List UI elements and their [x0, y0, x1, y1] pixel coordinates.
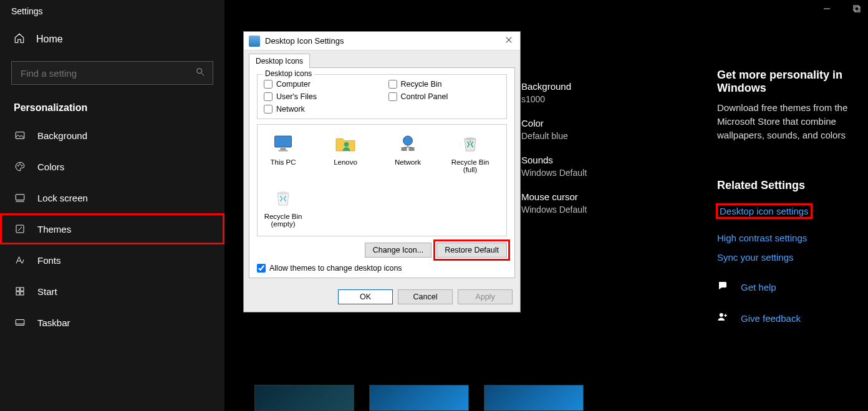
- search-icon: [195, 67, 205, 79]
- group-label: Desktop icons: [263, 69, 314, 78]
- start-icon: [14, 286, 26, 297]
- right-panel-heading: Get more personality in Windows: [717, 69, 856, 95]
- dialog-tab-desktop-icons[interactable]: Desktop Icons: [249, 54, 310, 68]
- link-desktop-icon-settings[interactable]: Desktop icon settings: [717, 205, 811, 218]
- icon-recycle-bin-full[interactable]: Recycle Bin (full): [448, 131, 492, 179]
- theme-settings-panel: Background s1000 Color Default blue Soun…: [521, 81, 587, 228]
- setting-row-sounds[interactable]: Sounds Windows Default: [521, 155, 587, 178]
- search-box[interactable]: [11, 61, 213, 85]
- sidebar-item-start[interactable]: Start: [0, 276, 224, 307]
- svg-point-0: [197, 69, 202, 74]
- cancel-button[interactable]: Cancel: [398, 289, 453, 304]
- sidebar-item-label: Taskbar: [37, 317, 70, 328]
- right-panel: Get more personality in Windows Download…: [717, 31, 868, 411]
- link-sync-settings[interactable]: Sync your settings: [717, 252, 856, 263]
- svg-point-24: [403, 136, 413, 145]
- svg-point-31: [720, 313, 723, 317]
- icon-this-pc[interactable]: This PC: [261, 131, 305, 179]
- dialog-title: Desktop Icon Settings: [265, 36, 503, 46]
- svg-rect-17: [855, 7, 860, 12]
- checkbox-users-files[interactable]: User's Files: [264, 92, 376, 101]
- theme-thumbnails: [254, 385, 584, 411]
- monitor-icon: [271, 131, 296, 156]
- taskbar-icon: [14, 317, 26, 328]
- themes-icon: [14, 223, 26, 235]
- setting-row-background[interactable]: Background s1000: [521, 81, 587, 104]
- checkbox-recycle-bin[interactable]: Recycle Bin: [388, 80, 501, 89]
- svg-line-1: [201, 73, 204, 75]
- svg-rect-22: [279, 150, 288, 152]
- checkbox-computer[interactable]: Computer: [264, 80, 376, 89]
- recycle-bin-full-icon: [458, 131, 483, 156]
- svg-rect-6: [16, 195, 24, 200]
- recycle-bin-empty-icon: [271, 185, 296, 210]
- svg-rect-2: [16, 132, 24, 139]
- svg-rect-11: [16, 292, 19, 295]
- dialog-titlebar[interactable]: Desktop Icon Settings: [244, 32, 520, 51]
- allow-themes-checkbox[interactable]: Allow themes to change desktop icons: [257, 264, 507, 273]
- sidebar-item-taskbar[interactable]: Taskbar: [0, 307, 224, 338]
- minimize-button[interactable]: [821, 2, 833, 15]
- svg-rect-12: [21, 292, 24, 295]
- svg-point-30: [277, 191, 289, 195]
- maximize-button[interactable]: [851, 2, 863, 15]
- sidebar-item-label: Colors: [37, 162, 64, 172]
- svg-point-29: [465, 137, 476, 140]
- user-folder-icon: [333, 131, 358, 156]
- icon-preview-pane: This PC Lenovo Network Recycle Bin: [257, 124, 507, 236]
- svg-point-4: [19, 164, 21, 165]
- get-help-row[interactable]: Get help: [717, 280, 856, 294]
- sidebar-item-label: Lock screen: [37, 193, 88, 203]
- icon-user-folder[interactable]: Lenovo: [324, 131, 367, 179]
- setting-row-color[interactable]: Color Default blue: [521, 118, 587, 141]
- help-icon: [717, 280, 730, 294]
- fonts-icon: [14, 254, 26, 266]
- icon-recycle-bin-empty[interactable]: Recycle Bin (empty): [261, 185, 305, 233]
- svg-rect-20: [275, 136, 292, 147]
- picture-icon: [14, 130, 26, 141]
- sidebar-section-title: Personalization: [0, 85, 224, 120]
- window-title: Settings: [0, 0, 224, 24]
- svg-point-3: [17, 165, 19, 167]
- icon-network[interactable]: Network: [386, 131, 430, 179]
- sidebar-item-lockscreen[interactable]: Lock screen: [0, 182, 224, 213]
- search-input[interactable]: [19, 67, 195, 79]
- sidebar-item-fonts[interactable]: Fonts: [0, 244, 224, 276]
- svg-rect-9: [16, 288, 19, 291]
- sidebar-home-label: Home: [36, 34, 63, 45]
- main-content: Themes Background s1000 Color Default bl…: [224, 0, 868, 411]
- desktop-icon-settings-dialog: Desktop Icon Settings Desktop Icons Desk…: [243, 31, 521, 312]
- svg-rect-16: [854, 6, 859, 11]
- restore-default-button[interactable]: Restore Default: [436, 243, 507, 258]
- svg-rect-26: [409, 147, 415, 151]
- sidebar-item-label: Start: [37, 286, 57, 297]
- dialog-close-button[interactable]: [503, 36, 515, 46]
- window-system-buttons: [821, 2, 863, 15]
- feedback-icon: [717, 311, 730, 325]
- sidebar-home[interactable]: Home: [0, 24, 224, 55]
- give-feedback-row[interactable]: Give feedback: [717, 311, 856, 325]
- theme-thumbnail[interactable]: [484, 385, 584, 411]
- svg-rect-10: [21, 288, 24, 291]
- checkbox-network[interactable]: Network: [264, 105, 376, 114]
- setting-row-cursor[interactable]: Mouse cursor Windows Default: [521, 191, 587, 215]
- desktop-icons-group: Desktop icons Computer Recycle Bin User'…: [257, 74, 507, 119]
- sidebar-item-background[interactable]: Background: [0, 120, 224, 151]
- link-high-contrast-settings[interactable]: High contrast settings: [717, 233, 856, 243]
- network-icon: [395, 131, 420, 156]
- ok-button[interactable]: OK: [338, 289, 393, 304]
- right-panel-body: Download free themes from the Microsoft …: [717, 101, 856, 142]
- related-settings-heading: Related Settings: [717, 179, 856, 192]
- checkbox-control-panel[interactable]: Control Panel: [388, 92, 501, 101]
- home-icon: [14, 32, 25, 46]
- sidebar-item-label: Background: [37, 130, 87, 141]
- sidebar: Settings Home Personalization Background…: [0, 0, 224, 411]
- apply-button[interactable]: Apply: [458, 289, 513, 304]
- theme-thumbnail[interactable]: [254, 385, 354, 411]
- sidebar-item-themes[interactable]: Themes: [0, 213, 224, 244]
- svg-point-5: [21, 165, 22, 167]
- dialog-app-icon: [249, 36, 260, 47]
- change-icon-button[interactable]: Change Icon...: [365, 243, 432, 258]
- sidebar-item-colors[interactable]: Colors: [0, 151, 224, 182]
- theme-thumbnail[interactable]: [369, 385, 469, 411]
